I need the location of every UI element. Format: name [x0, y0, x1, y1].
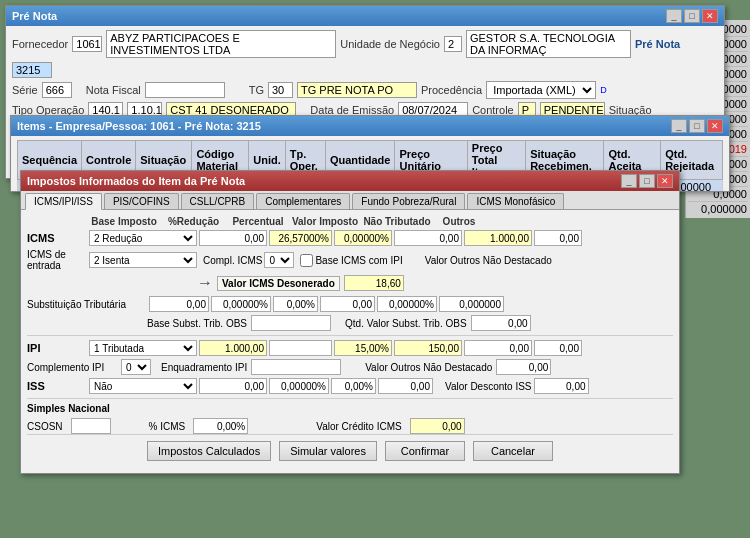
items-titlebar: Items - Empresa/Pessoa: 1061 - Pré Nota:…: [11, 116, 729, 136]
icms-valor-imposto[interactable]: [394, 230, 462, 246]
prenota-close-btn[interactable]: ✕: [702, 9, 718, 23]
csosn-value[interactable]: [71, 418, 111, 434]
valor-outros-ipi-value[interactable]: [496, 359, 551, 375]
prenota-maximize-btn[interactable]: □: [684, 9, 700, 23]
tab-fundo-pobreza[interactable]: Fundo Pobreza/Rural: [352, 193, 465, 209]
subst-base[interactable]: [149, 296, 209, 312]
valor-credito-value[interactable]: [410, 418, 465, 434]
separator1: [27, 335, 673, 336]
complemento-ipi-label: Complemento IPI: [27, 362, 117, 373]
prenota-controls: _ □ ✕: [666, 9, 718, 23]
prenota-title: Pré Nota: [12, 10, 57, 22]
tg-value[interactable]: 30: [268, 82, 293, 98]
icms-entrada-incidencia[interactable]: 2 Isenta: [89, 252, 197, 268]
iss-incidencia[interactable]: Não: [89, 378, 197, 394]
subst-valor2[interactable]: [439, 296, 504, 312]
cancelar-btn[interactable]: Cancelar: [473, 441, 553, 461]
ipi-row: IPI 1 Tributada: [27, 340, 673, 356]
nota-fiscal-value[interactable]: [145, 82, 225, 98]
header-percentual: Percentual: [228, 216, 288, 227]
valor-icms-desonerado-value[interactable]: [344, 275, 404, 291]
tab-pis-cofins[interactable]: PIS/COFINS: [104, 193, 179, 209]
items-maximize-btn[interactable]: □: [689, 119, 705, 133]
base-subst-row: Base Subst. Trib. OBS Qtd. Valor Subst. …: [147, 315, 673, 331]
complemento-ipi-row: Complemento IPI 0 Enquadramento IPI Valo…: [27, 359, 673, 375]
icms-entrada-row: ICMS de entrada 2 Isenta Compl. ICMS 0 B…: [27, 249, 673, 271]
ipi-reducao[interactable]: [269, 340, 332, 356]
impostos-maximize-btn[interactable]: □: [639, 174, 655, 188]
icms-percent-label: % ICMS: [149, 421, 186, 432]
pre-nota-label: Pré Nota: [635, 38, 680, 50]
valor-outros-label: Valor Outros Não Destacado: [425, 255, 552, 266]
ipi-percentual[interactable]: [334, 340, 392, 356]
unidade-negocio-name: GESTOR S.A. TECNOLOGIA DA INFORMAÇ: [466, 30, 631, 58]
ipi-valor[interactable]: [394, 340, 462, 356]
header-nao-tributado: Não Tributado: [362, 216, 432, 227]
procedencia-link[interactable]: D: [600, 85, 607, 95]
base-icms-check: Base ICMS com IPI: [300, 254, 402, 267]
simular-btn[interactable]: Simular valores: [279, 441, 377, 461]
iss-percent1[interactable]: [269, 378, 329, 394]
icms-base-imposto[interactable]: [199, 230, 267, 246]
prenota-titlebar: Pré Nota _ □ ✕: [6, 6, 724, 26]
subst-tributaria-row: Substituição Tributária: [27, 296, 673, 312]
procedencia-select[interactable]: Importada (XML): [486, 81, 596, 99]
confirmar-btn[interactable]: Confirmar: [385, 441, 465, 461]
ipi-nao-tributado[interactable]: [464, 340, 532, 356]
icms-incidencia[interactable]: 2 Redução: [89, 230, 197, 246]
nota-fiscal-label: Nota Fiscal: [86, 84, 141, 96]
tab-icms-monofasico[interactable]: ICMS Monofásico: [467, 193, 564, 209]
icms-reducao[interactable]: [269, 230, 332, 246]
icms-percent-value[interactable]: [193, 418, 248, 434]
subst-percent2[interactable]: [273, 296, 318, 312]
iss-base[interactable]: [199, 378, 267, 394]
ipi-outros[interactable]: [534, 340, 582, 356]
icms-outros[interactable]: [534, 230, 582, 246]
valor-subst-value[interactable]: [471, 315, 531, 331]
tab-icms-ipi-iss[interactable]: ICMS/IPI/ISS: [25, 193, 102, 210]
base-icms-checkbox[interactable]: [300, 254, 313, 267]
complemento-ipi-select[interactable]: 0: [121, 359, 151, 375]
subst-percent1[interactable]: [211, 296, 271, 312]
subst-valor[interactable]: [320, 296, 375, 312]
icms-nao-tributado[interactable]: [464, 230, 532, 246]
impostos-minimize-btn[interactable]: _: [621, 174, 637, 188]
ipi-incidencia[interactable]: 1 Tributada: [89, 340, 197, 356]
unidade-negocio-value[interactable]: 2: [444, 36, 462, 52]
impostos-close-btn[interactable]: ✕: [657, 174, 673, 188]
header-reducao: %Redução: [161, 216, 226, 227]
procedencia-label: Procedência: [421, 84, 482, 96]
simples-nacional-row: CSOSN % ICMS Valor Crédito ICMS: [27, 418, 673, 434]
desconto-iss-value[interactable]: [534, 378, 589, 394]
iss-valor[interactable]: [378, 378, 433, 394]
serie-value[interactable]: 666: [42, 82, 72, 98]
items-minimize-btn[interactable]: _: [671, 119, 687, 133]
iss-percent2[interactable]: [331, 378, 376, 394]
desconto-iss-label: Valor Desconto ISS: [445, 381, 532, 392]
icms-row: ICMS 2 Redução: [27, 230, 673, 246]
fornecedor-code[interactable]: 1061: [72, 36, 102, 52]
impostos-window: Impostos Informados do Item da Pré Nota …: [20, 170, 680, 474]
impostos-body: Base Imposto %Redução Percentual Valor I…: [21, 210, 679, 473]
pre-nota-value[interactable]: 3215: [12, 62, 52, 78]
compl-icms-label: Compl. ICMS: [203, 255, 262, 266]
icms-percentual[interactable]: [334, 230, 392, 246]
base-subst-value[interactable]: [251, 315, 331, 331]
tab-csll-cprb[interactable]: CSLL/CPRB: [181, 193, 255, 209]
tab-complementares[interactable]: Complementares: [256, 193, 350, 209]
impostos-calculados-btn[interactable]: Impostos Calculados: [147, 441, 271, 461]
ipi-base-imposto[interactable]: [199, 340, 267, 356]
ipi-label: IPI: [27, 342, 87, 354]
items-close-btn[interactable]: ✕: [707, 119, 723, 133]
valor-subst-label: Qtd. Valor Subst. Trib. OBS: [345, 318, 467, 329]
separator2: [27, 398, 673, 399]
tg-label: TG: [249, 84, 264, 96]
subst-tributaria-label: Substituição Tributária: [27, 299, 147, 310]
impostos-title: Impostos Informados do Item da Pré Nota: [27, 175, 245, 187]
impostos-buttons: Impostos Calculados Simular valores Conf…: [27, 434, 673, 467]
valor-icms-desonerado-label: Valor ICMS Desonerado: [217, 276, 340, 291]
subst-percent3[interactable]: [377, 296, 437, 312]
compl-icms-select[interactable]: 0: [264, 252, 294, 268]
prenota-minimize-btn[interactable]: _: [666, 9, 682, 23]
enquadramento-value[interactable]: [251, 359, 341, 375]
